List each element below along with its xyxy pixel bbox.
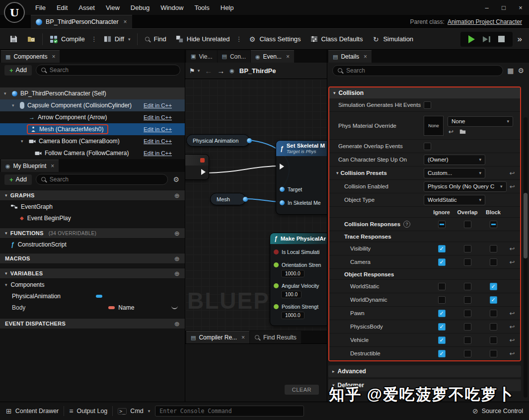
checkbox[interactable] xyxy=(438,336,446,344)
components-search[interactable] xyxy=(36,65,180,76)
hide-unrelated-options-icon[interactable]: ⋮ xyxy=(234,35,244,43)
orientation-strength-value[interactable]: 1000.0 xyxy=(281,270,304,277)
close-icon[interactable]: × xyxy=(52,53,55,60)
checkbox[interactable] xyxy=(490,221,497,228)
pin-target[interactable]: Target xyxy=(280,186,302,192)
add-dispatcher-icon[interactable]: ⊕ xyxy=(174,320,180,328)
pin-is-local-simulation[interactable]: Is Local Simulati xyxy=(274,249,319,255)
details-search[interactable] xyxy=(332,65,503,76)
checkbox[interactable] xyxy=(464,310,471,317)
output-log-button[interactable]: ≡ Output Log xyxy=(69,407,107,415)
display-filter-icon[interactable]: ▦ xyxy=(507,67,514,75)
variable-physical-animation[interactable]: PhysicalAnimation xyxy=(0,290,185,302)
add-blueprint-item-button[interactable]: + Add xyxy=(4,174,32,185)
checkbox[interactable] xyxy=(438,296,446,304)
frame-skip-icon[interactable] xyxy=(483,36,490,42)
node-set-skeletal-mesh[interactable]: ƒ Set Skeletal M Target is Phys Target I… xyxy=(276,140,327,215)
graphs-section-header[interactable]: ▾ GRAPHS ⊕ xyxy=(0,190,185,201)
checkbox[interactable] xyxy=(424,143,431,150)
angular-velocity-value[interactable]: 100.0 xyxy=(281,291,302,298)
checkbox[interactable] xyxy=(464,296,471,304)
add-component-button[interactable]: + Add xyxy=(4,65,32,76)
collapse-icon[interactable]: ▾ xyxy=(21,139,26,144)
step-up-dropdown[interactable]: (Owner) ▾ xyxy=(424,155,485,165)
details-scrollbar-thumb[interactable] xyxy=(524,193,528,258)
checkbox[interactable] xyxy=(490,323,497,331)
hide-unrelated-button[interactable]: Hide Unrelated xyxy=(171,32,234,47)
collapse-icon[interactable]: ▾ xyxy=(12,103,17,108)
variables-section-header[interactable]: ▾ VARIABLES ⊕ xyxy=(0,268,185,279)
asset-tab[interactable]: BP_ThirdPersonCharacter × xyxy=(31,15,132,28)
pin-angular-velocity[interactable]: Angular Velocity xyxy=(274,283,319,289)
output-pin[interactable] xyxy=(247,138,252,143)
details-search-input[interactable] xyxy=(346,67,498,74)
revert-icon[interactable]: ↩ xyxy=(506,310,518,317)
checkbox[interactable] xyxy=(464,283,471,290)
menu-view[interactable]: View xyxy=(100,0,125,15)
checkbox[interactable] xyxy=(464,350,471,357)
construction-script-item[interactable]: ƒ ConstructionScript xyxy=(0,239,185,250)
tab-viewport[interactable]: ▣ Vie... xyxy=(186,50,217,63)
my-blueprint-search-input[interactable] xyxy=(50,176,163,183)
checkbox[interactable] xyxy=(490,245,497,252)
class-defaults-button[interactable]: Class Defaults xyxy=(305,32,368,47)
class-settings-button[interactable]: ⚙ Class Settings xyxy=(244,32,305,47)
menu-window[interactable]: Window xyxy=(155,0,189,15)
checkbox[interactable] xyxy=(490,296,497,304)
revert-icon[interactable]: ↩ xyxy=(506,258,518,266)
checkbox[interactable] xyxy=(464,245,471,252)
close-icon[interactable]: × xyxy=(124,18,127,25)
close-icon[interactable]: × xyxy=(364,53,367,60)
toolbar-overflow-icon[interactable]: » xyxy=(513,34,524,44)
exec-input-pin[interactable] xyxy=(280,164,284,169)
parent-class-link[interactable]: Animation Project Character xyxy=(448,18,522,25)
cmd-dropdown[interactable]: >_ Cmd ▾ xyxy=(118,408,150,415)
checkbox[interactable] xyxy=(464,258,471,266)
compile-options-icon[interactable]: ⋮ xyxy=(89,35,99,43)
components-variable-group[interactable]: ▾ Components xyxy=(0,279,185,290)
unreal-logo[interactable]: U xyxy=(4,2,25,23)
component-row-self[interactable]: ▾ BP_ThirdPersonCharacter (Self) xyxy=(0,87,185,99)
output-pin[interactable] xyxy=(243,197,248,202)
play-icon[interactable] xyxy=(468,35,475,43)
macros-section-header[interactable]: MACROS ⊕ xyxy=(0,253,185,264)
node-event-beginplay[interactable]: ginPlay xyxy=(185,154,209,180)
visibility-eye-icon[interactable] xyxy=(171,306,178,309)
console-command-field[interactable] xyxy=(155,406,304,417)
checkbox[interactable] xyxy=(464,323,471,331)
source-control-button[interactable]: ⊘ Source Control xyxy=(472,407,523,415)
checkbox[interactable] xyxy=(438,350,446,357)
back-icon[interactable]: ← xyxy=(205,67,212,75)
collision-enabled-dropdown[interactable]: Physics Only (No Query C ▾ xyxy=(424,181,507,192)
pin-position-strength[interactable]: Position Strengt xyxy=(274,304,318,310)
content-drawer-button[interactable]: ⊞ Content Drawer xyxy=(6,407,59,415)
details-settings-gear-icon[interactable]: ⚙ xyxy=(518,67,524,75)
variable-body-name[interactable]: Body Name xyxy=(0,302,185,313)
checkbox[interactable] xyxy=(490,283,497,290)
event-beginplay-item[interactable]: ◆ Event BeginPlay xyxy=(0,212,185,224)
tab-compiler-results[interactable]: ▤ Compiler Re... × xyxy=(186,331,249,343)
tab-find-results[interactable]: Find Results xyxy=(250,331,301,343)
browse-button[interactable] xyxy=(22,32,40,47)
my-blueprint-search[interactable] xyxy=(36,174,168,185)
help-icon[interactable]: ? xyxy=(403,221,410,228)
find-button[interactable]: Find xyxy=(140,32,170,47)
simulation-button[interactable]: ↻ Simulation xyxy=(367,32,418,47)
checkbox[interactable] xyxy=(490,350,497,357)
advanced-section-header[interactable]: ▸ Advanced xyxy=(328,365,521,377)
tab-event-graph[interactable]: ◉ Even... × xyxy=(251,50,294,63)
components-search-input[interactable] xyxy=(50,67,175,74)
menu-edit[interactable]: Edit xyxy=(51,0,73,15)
event-dispatchers-section-header[interactable]: EVENT DISPATCHERS ⊕ xyxy=(0,318,185,329)
checkbox[interactable] xyxy=(438,221,446,228)
menu-help[interactable]: Help xyxy=(215,0,239,15)
checkbox[interactable] xyxy=(464,336,471,344)
checkbox[interactable] xyxy=(438,283,446,290)
pin-orientation-strength[interactable]: Orientation Stren xyxy=(274,262,321,268)
add-function-icon[interactable]: ⊕ xyxy=(174,230,180,237)
checkbox[interactable] xyxy=(490,258,497,266)
edit-in-cpp-link[interactable]: Edit in C++ xyxy=(144,138,172,144)
node-make-physical-animation-data[interactable]: ƒ Make PhysicalAn Is Local Simulati Orie… xyxy=(270,233,327,326)
node-physical-animation[interactable]: Physical Animation xyxy=(186,134,250,147)
checkbox[interactable] xyxy=(438,310,446,317)
